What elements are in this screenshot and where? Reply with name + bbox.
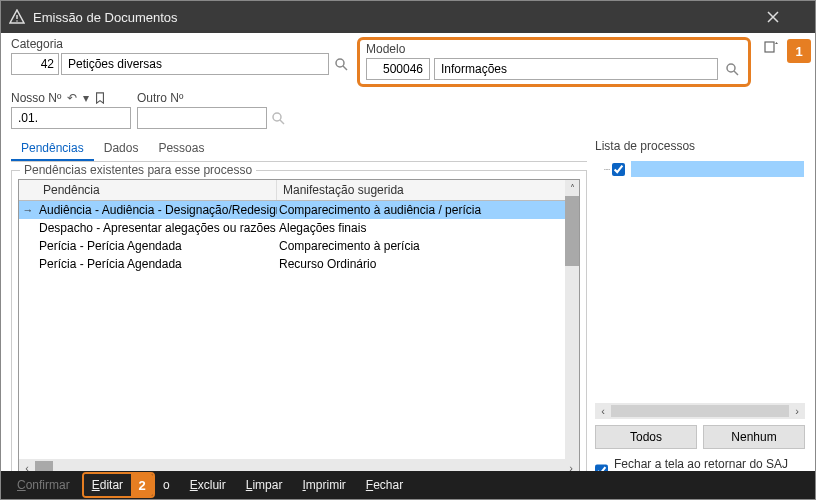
categoria-label: Categoria (11, 37, 351, 51)
modelo-code-input[interactable] (366, 58, 430, 80)
window-title: Emissão de Documentos (33, 10, 767, 25)
cell-pendencia: Perícia - Perícia Agendada (37, 257, 277, 271)
action-bar: Confirmar Editar 2 o Excluir Limpar Impr… (1, 471, 815, 499)
process-checkbox[interactable] (612, 163, 625, 176)
nosso-no-label: Nosso Nº (11, 91, 61, 105)
outro-no-label: Outro Nº (137, 91, 287, 105)
modelo-highlighted-field: Modelo (357, 37, 751, 87)
categoria-lookup-button[interactable] (331, 54, 351, 74)
modelo-lookup-button[interactable] (722, 59, 742, 79)
row-pointer-icon: → (19, 204, 37, 216)
process-tree-item[interactable]: ┈ (596, 160, 804, 178)
cell-pendencia: Audiência - Audiência - Designação/Redes… (37, 203, 277, 217)
grid-row[interactable]: Despacho - Apresentar alegações ou razõe… (19, 219, 579, 237)
svg-point-2 (727, 64, 735, 72)
tabs-bar: Pendências Dados Pessoas (11, 137, 587, 162)
grid-col-manifestacao[interactable]: Manifestação sugerida (277, 180, 579, 200)
cell-pendencia: Despacho - Apresentar alegações ou razõe… (37, 221, 277, 235)
groupbox-title: Pendências existentes para esse processo (20, 163, 256, 177)
svg-point-0 (16, 20, 18, 22)
grid-vertical-scrollbar[interactable]: ˄ (565, 180, 579, 459)
imprimir-button[interactable]: Imprimir (294, 474, 353, 496)
fechar-button[interactable]: Fechar (358, 474, 411, 496)
limpar-button[interactable]: Limpar (238, 474, 291, 496)
nenhum-button[interactable]: Nenhum (703, 425, 805, 449)
pendencias-grid[interactable]: Pendência Manifestação sugerida → Audiên… (18, 179, 580, 478)
outro-no-input[interactable] (137, 107, 267, 129)
lista-processos-title: Lista de processos (595, 139, 805, 153)
editar-button[interactable]: Editar (84, 474, 131, 496)
cell-manifestacao: Comparecimento à audiência / perícia (277, 203, 579, 217)
grid-col-pendencia[interactable]: Pendência (37, 180, 277, 200)
dropdown-arrow-icon[interactable]: ▾ (83, 91, 89, 105)
right-horizontal-scrollbar[interactable]: ‹ › (595, 403, 805, 419)
tab-pendencias[interactable]: Pendências (11, 137, 94, 161)
cell-manifestacao: Comparecimento à perícia (277, 239, 579, 253)
modelo-label: Modelo (366, 42, 742, 56)
svg-point-1 (336, 59, 344, 67)
modelo-text-input[interactable] (434, 58, 718, 80)
process-label[interactable] (631, 161, 804, 177)
svg-point-6 (273, 113, 281, 121)
tab-pessoas[interactable]: Pessoas (148, 137, 214, 161)
form-area: Categoria Modelo (1, 33, 815, 137)
editar-highlighted-button: Editar 2 (82, 472, 155, 498)
callout-2-badge: 2 (131, 474, 153, 496)
title-bar: Emissão de Documentos (1, 1, 815, 33)
undo-icon[interactable]: ↶ (67, 91, 77, 105)
nosso-no-input[interactable] (11, 107, 131, 129)
cell-manifestacao: Recurso Ordinário (277, 257, 579, 271)
tab-dados[interactable]: Dados (94, 137, 149, 161)
cell-manifestacao: Alegações finais (277, 221, 579, 235)
tool-icon-1[interactable] (761, 37, 781, 57)
scroll-left-icon[interactable]: ‹ (595, 405, 611, 417)
app-icon (9, 9, 25, 25)
confirmar-button[interactable]: Confirmar (9, 474, 78, 496)
categoria-text-input[interactable] (61, 53, 329, 75)
todos-button[interactable]: Todos (595, 425, 697, 449)
processos-tree[interactable]: ┈ (595, 159, 805, 399)
close-window-button[interactable] (767, 11, 807, 23)
tree-connector-icon: ┈ (604, 164, 610, 175)
categoria-code-input[interactable] (11, 53, 59, 75)
grid-row[interactable]: Perícia - Perícia Agendada Compareciment… (19, 237, 579, 255)
outro-no-lookup-button[interactable] (269, 108, 287, 128)
grid-row[interactable]: → Audiência - Audiência - Designação/Red… (19, 201, 579, 219)
pendencias-groupbox: Pendências existentes para esse processo… (11, 170, 587, 485)
excluir-button[interactable]: Excluir (182, 474, 234, 496)
scroll-up-icon[interactable]: ˄ (565, 180, 579, 196)
callout-1-badge: 1 (787, 39, 811, 63)
bookmark-icon[interactable] (95, 92, 105, 104)
cell-pendencia: Perícia - Perícia Agendada (37, 239, 277, 253)
novo-button-partial[interactable]: o (155, 474, 178, 496)
svg-rect-3 (765, 42, 774, 52)
grid-row[interactable]: Perícia - Perícia Agendada Recurso Ordin… (19, 255, 579, 273)
scroll-right-icon[interactable]: › (789, 405, 805, 417)
